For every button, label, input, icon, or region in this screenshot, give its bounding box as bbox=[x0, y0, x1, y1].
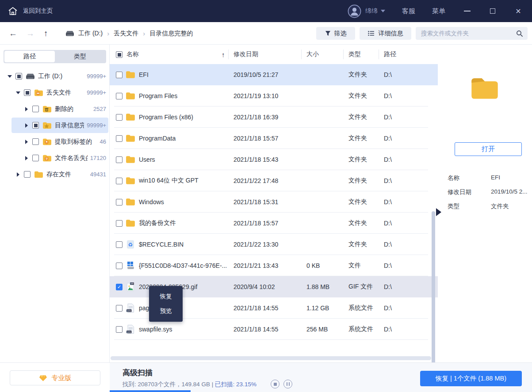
breadcrumb-item[interactable]: 工作 (D:) bbox=[78, 30, 103, 38]
table-row[interactable]: ProgramData2021/1/18 15:57文件夹D:\ bbox=[110, 128, 438, 149]
chevron-down-icon[interactable] bbox=[381, 10, 385, 12]
row-checkbox[interactable] bbox=[116, 199, 122, 206]
details-label: 详细信息 bbox=[379, 30, 403, 38]
column-header-date[interactable]: 修改日期 bbox=[233, 45, 258, 64]
table-row[interactable]: ♻$RECYCLE.BIN2021/1/22 13:30文件夹D:\ bbox=[110, 234, 438, 255]
file-type: 文件夹 bbox=[348, 191, 367, 213]
minimize-button[interactable] bbox=[463, 7, 471, 15]
tree-item[interactable]: 工作 (D:)99999+ bbox=[0, 68, 110, 84]
row-checkbox[interactable] bbox=[116, 284, 122, 290]
tree-item[interactable]: 丢失文件99999+ bbox=[0, 84, 110, 101]
column-header-type[interactable]: 类型 bbox=[348, 45, 361, 64]
menu-link[interactable]: 菜单 bbox=[432, 7, 445, 15]
collapse-arrow-icon[interactable] bbox=[15, 172, 21, 177]
close-button[interactable]: ✕ bbox=[514, 7, 522, 15]
up-arrow-button[interactable]: ↑ bbox=[44, 22, 48, 45]
context-menu-item[interactable]: 恢复 bbox=[149, 289, 183, 304]
column-header-path[interactable]: 路径 bbox=[384, 45, 396, 64]
row-checkbox[interactable] bbox=[116, 93, 122, 99]
row-checkbox[interactable] bbox=[116, 220, 122, 227]
table-row[interactable]: SYSswapfile.sys2021/1/18 14:55256 MB系统文件… bbox=[110, 319, 438, 340]
context-menu-item[interactable]: 预览 bbox=[149, 304, 183, 318]
tab-path[interactable]: 路径 bbox=[4, 51, 55, 62]
tree-checkbox[interactable] bbox=[24, 171, 31, 178]
collapse-panel-arrow[interactable] bbox=[436, 208, 441, 216]
row-checkbox[interactable] bbox=[116, 241, 122, 248]
table-row[interactable]: win10 64位 中文 GPT2021/1/22 17:48文件夹D:\ bbox=[110, 170, 438, 191]
tree-checkbox[interactable] bbox=[32, 155, 39, 161]
tree-checkbox[interactable] bbox=[32, 122, 39, 129]
scan-status: 找到: 208703个文件，149.84 GB | 已扫描: 23.15% bbox=[122, 381, 256, 388]
row-checkbox[interactable] bbox=[116, 72, 122, 78]
tree-item-count: 99999+ bbox=[87, 89, 106, 96]
row-checkbox[interactable] bbox=[116, 178, 122, 184]
tree-checkbox[interactable] bbox=[32, 138, 39, 145]
maximize-button[interactable] bbox=[489, 7, 497, 15]
file-size: 1.12 GB bbox=[306, 297, 329, 319]
tree-item[interactable]: 目录信息完整的99999+ bbox=[0, 117, 110, 133]
row-checkbox[interactable] bbox=[116, 114, 122, 121]
svg-text:GIF: GIF bbox=[130, 282, 134, 285]
table-row[interactable]: Users2021/1/18 15:43文件夹D:\ bbox=[110, 149, 438, 170]
filter-button[interactable]: 筛选 bbox=[316, 27, 355, 40]
avatar[interactable] bbox=[348, 4, 361, 18]
recycle-file-icon: ♻ bbox=[126, 240, 135, 249]
table-row[interactable]: Windows2021/1/18 15:31文件夹D:\ bbox=[110, 191, 438, 213]
recover-button[interactable]: 恢复 | 1个文件 (1.88 MB) bbox=[420, 371, 522, 386]
row-checkbox[interactable] bbox=[116, 156, 122, 163]
row-checkbox[interactable] bbox=[116, 305, 122, 312]
tree-item[interactable]: ?文件名丢失的17120 bbox=[0, 150, 110, 166]
collapse-arrow-icon[interactable] bbox=[24, 156, 29, 160]
table-row[interactable]: EFI2019/10/5 21:27文件夹D:\ bbox=[110, 64, 438, 85]
row-checkbox[interactable] bbox=[116, 135, 122, 142]
horizontal-scrollbar[interactable] bbox=[111, 356, 431, 360]
tree-item[interactable]: 提取到标签的46 bbox=[0, 133, 110, 150]
file-path: D:\ bbox=[384, 170, 392, 191]
table-row[interactable]: Program Files2021/1/19 13:10文件夹D:\ bbox=[110, 85, 438, 107]
file-name: ProgramData bbox=[139, 128, 227, 149]
tree-checkbox[interactable] bbox=[15, 73, 22, 80]
sort-ascending-icon[interactable]: ↑ bbox=[222, 45, 225, 64]
file-type: GIF 文件 bbox=[348, 276, 373, 297]
tree-item-label: 存在文件 bbox=[46, 171, 88, 179]
search-input[interactable] bbox=[416, 27, 528, 40]
list-view-icon bbox=[368, 30, 375, 36]
back-to-home-label[interactable]: 返回到主页 bbox=[23, 7, 53, 15]
breadcrumb-item[interactable]: 目录信息完整的 bbox=[149, 30, 193, 38]
file-size: 256 MB bbox=[306, 319, 328, 340]
scan-progress-fill bbox=[110, 390, 191, 392]
select-all-checkbox[interactable] bbox=[116, 51, 122, 58]
folder-file-icon bbox=[126, 176, 135, 186]
back-arrow-button[interactable]: ← bbox=[9, 22, 17, 45]
search-icon[interactable] bbox=[516, 30, 523, 37]
row-checkbox[interactable] bbox=[116, 326, 122, 333]
column-header-size[interactable]: 大小 bbox=[306, 45, 319, 64]
table-row[interactable]: {F551C0D8-4D37-441c-976E-...2021/1/21 13… bbox=[110, 255, 438, 276]
expand-arrow-icon[interactable] bbox=[7, 75, 12, 78]
expand-arrow-icon[interactable] bbox=[15, 91, 21, 94]
pro-version-button[interactable]: 专业版 bbox=[10, 370, 100, 385]
details-view-button[interactable]: 详细信息 bbox=[360, 27, 411, 40]
home-icon[interactable] bbox=[8, 7, 18, 15]
open-button[interactable]: 打开 bbox=[455, 142, 522, 156]
tree-item[interactable]: 删除的2527 bbox=[0, 101, 110, 117]
tree-checkbox[interactable] bbox=[32, 106, 39, 112]
pause-scan-button[interactable] bbox=[283, 380, 292, 388]
collapse-arrow-icon[interactable] bbox=[24, 107, 29, 111]
column-header-name[interactable]: 名称 bbox=[126, 45, 139, 64]
breadcrumb-item[interactable]: 丢失文件 bbox=[114, 30, 138, 38]
collapse-arrow-icon[interactable] bbox=[24, 140, 29, 144]
stop-scan-button[interactable] bbox=[271, 380, 279, 388]
username[interactable]: 绵绵 bbox=[365, 7, 378, 15]
row-checkbox[interactable] bbox=[116, 263, 122, 269]
tab-type[interactable]: 类型 bbox=[55, 51, 105, 62]
table-row[interactable]: 我的备份文件2021/1/18 15:57文件夹D:\ bbox=[110, 213, 438, 234]
forward-arrow-button: → bbox=[26, 22, 34, 45]
tree-checkbox[interactable] bbox=[24, 89, 31, 96]
collapse-arrow-icon[interactable] bbox=[24, 123, 29, 128]
table-row[interactable]: Program Files (x86)2021/1/18 16:39文件夹D:\ bbox=[110, 107, 438, 128]
tree-item[interactable]: 存在文件49431 bbox=[0, 166, 110, 183]
support-link[interactable]: 客服 bbox=[402, 7, 415, 15]
app-window: 返回到主页 绵绵 客服 菜单 ✕ ← → ↑ bbox=[0, 0, 532, 392]
file-date: 2021/1/22 17:48 bbox=[233, 170, 278, 191]
